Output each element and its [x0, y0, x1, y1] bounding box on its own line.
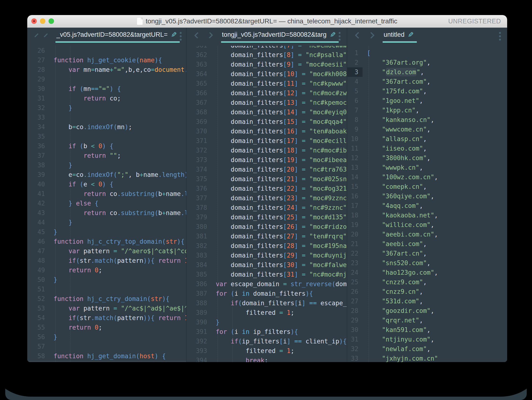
token: e: [83, 181, 91, 188]
token: name: [166, 190, 181, 197]
token: "kaokaoba.net": [382, 212, 434, 219]
overflow-menu-icon[interactable]: [499, 32, 501, 41]
token: [54, 162, 69, 169]
token: +: [162, 209, 166, 216]
line-content: [: [362, 49, 371, 56]
pencil-icon[interactable]: ✎: [171, 31, 177, 38]
token: [367, 202, 382, 209]
token: .indexOf: [83, 171, 113, 178]
close-icon[interactable]: [31, 18, 37, 24]
token: domain_filters: [216, 195, 283, 202]
token: for: [216, 328, 227, 335]
token: if: [231, 300, 238, 307]
nav-forward-icon[interactable]: [207, 32, 213, 39]
code-line: 27function hj_get_cookie(name){: [27, 55, 186, 65]
overflow-menu-icon[interactable]: [339, 32, 341, 41]
token: domain_filters: [216, 80, 283, 87]
token: =: [302, 204, 306, 211]
code-line: 22 "367art.cn",: [347, 249, 507, 258]
line-number: 13: [347, 163, 362, 172]
line-number: 10: [347, 134, 362, 144]
token: ,: [434, 212, 438, 219]
nav-forward-icon[interactable]: [368, 32, 374, 39]
code-area-left[interactable]: 2627function hj_get_cookie(name){28 var …: [27, 46, 186, 362]
token: =: [302, 271, 306, 278]
line-number: 385: [187, 270, 211, 279]
code-line: 7 "1kpp.cn",: [347, 105, 507, 115]
code-area-right[interactable]: 1[2 "367art.org",3 "dzlo.com",4 "367art.…: [347, 46, 507, 362]
token: [54, 219, 69, 226]
nav-back-icon[interactable]: [34, 33, 39, 37]
token: [: [283, 252, 287, 259]
token: "jxhyjn.com.cn": [382, 355, 438, 362]
token: ]: [302, 300, 306, 307]
code-line: 389 filtered = 1;: [187, 308, 347, 317]
token: domain_filters: [216, 252, 283, 259]
token: [: [283, 99, 287, 106]
token: name: [166, 209, 181, 216]
token: [54, 152, 83, 159]
token: ;: [291, 309, 294, 316]
token: [298, 271, 302, 278]
token: [: [283, 214, 287, 221]
zoom-icon[interactable]: [49, 18, 54, 24]
token: co: [76, 171, 83, 178]
token: function: [54, 56, 83, 64]
token: }: [69, 104, 72, 111]
nav-back-icon[interactable]: [194, 32, 201, 39]
pencil-icon[interactable]: ✎: [330, 31, 336, 38]
code-line: 363 domain_filters[9] = "moc#oesii";: [187, 60, 347, 69]
token: "=": [98, 85, 110, 92]
token: hj_get_cookie: [87, 56, 136, 64]
token: i: [298, 300, 302, 307]
find-highlight: dzlo.com: [386, 68, 417, 76]
token: [367, 355, 382, 362]
code-line: 378 domain_filters[24] = "nc#9zznc";: [187, 203, 347, 212]
tab-left[interactable]: _v05.js?advertID=580082&targetURL=✎: [56, 31, 180, 43]
line-content: domain_filters[17] = "moc#ecilliw": [211, 137, 347, 144]
token: "367art.cn": [382, 250, 423, 257]
token: ,: [423, 145, 427, 152]
token: name: [95, 66, 110, 73]
token: [155, 314, 158, 321]
nav-back-icon[interactable]: [355, 32, 361, 39]
token: [91, 200, 95, 207]
line-number: 386: [187, 279, 211, 289]
line-number: 390: [187, 317, 211, 327]
overflow-menu-icon[interactable]: [180, 32, 182, 41]
token: ]: [294, 175, 298, 183]
token: +: [110, 66, 114, 73]
line-content: domain_filters[24] = "nc#9zznc";: [211, 204, 347, 211]
pencil-icon[interactable]: ✎: [408, 31, 414, 38]
tab-right[interactable]: untitled✎: [383, 31, 417, 43]
token: [216, 300, 231, 307]
desktop: tongji_v05.js?advertID=580082&targetURL=…: [0, 0, 532, 400]
tab-middle[interactable]: tongji_v05.js?advertID=580082&targ✎: [221, 31, 339, 43]
code-line: 27 "531d.com",: [347, 296, 507, 306]
token: [305, 137, 309, 144]
token: function: [54, 352, 83, 360]
token: [155, 257, 158, 264]
token: .substring: [117, 190, 155, 197]
token: [367, 107, 382, 114]
token: 24: [287, 204, 294, 211]
token: [76, 85, 80, 92]
token: [227, 328, 231, 335]
token: [305, 214, 309, 221]
token: ;: [347, 80, 347, 87]
line-number: 18: [347, 210, 362, 220]
code-line: 47 var pattern = "/^aero$|^cat$|^coop$|: [27, 246, 186, 256]
nav-forward-icon[interactable]: [44, 33, 48, 37]
titlebar[interactable]: tongji_v05.js?advertID=580082&targetURL=…: [27, 15, 507, 28]
code-area-middle[interactable]: 361 domain_filters[7] = "ne#emocwww",362…: [187, 46, 347, 362]
token: [54, 257, 69, 264]
token: 18: [287, 147, 294, 154]
line-content: }: [211, 319, 220, 326]
line-number: 377: [187, 193, 211, 203]
token: "allasp.cn": [382, 135, 423, 142]
token: ==: [91, 85, 98, 92]
token: var: [69, 66, 80, 73]
minimize-icon[interactable]: [40, 18, 45, 24]
line-content: "allasp.cn",: [362, 135, 427, 142]
code-line: 374 domain_filters[20] = "nc#tra763";: [187, 165, 347, 174]
